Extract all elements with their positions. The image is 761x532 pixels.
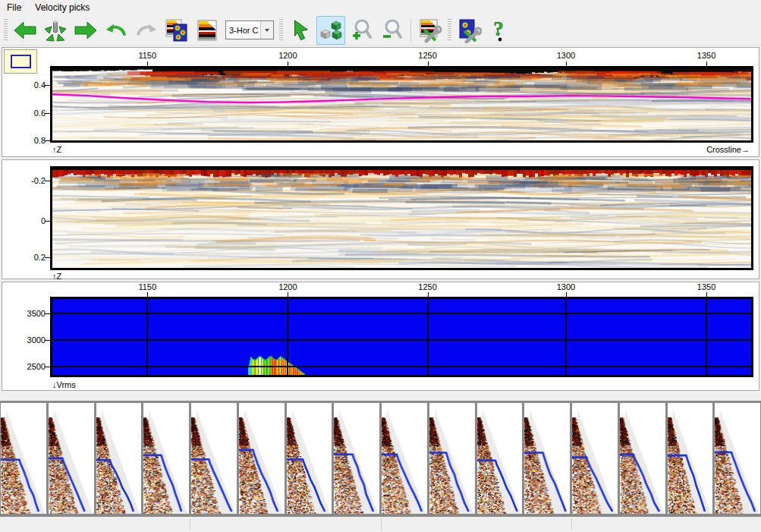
gather-panel-3[interactable] — [96, 403, 142, 514]
y-tick-mark — [45, 313, 50, 314]
y-tick-label: 3000 — [2, 335, 46, 345]
x-tick-label: 1150 — [138, 282, 156, 291]
redo-button[interactable] — [132, 16, 161, 45]
previous-icon — [13, 18, 37, 42]
app-window: File Velocity picks — [0, 0, 761, 532]
toolbar-separator — [410, 19, 411, 42]
velocity-grid-vline — [146, 299, 148, 375]
y-tick-mark — [45, 181, 50, 181]
velocity-panel: ↓Vrms 11501200125013001350350030002500 — [2, 282, 759, 391]
toolbar-gripper — [279, 19, 283, 42]
y-tick-label: 0.8 — [2, 136, 46, 145]
help-icon: ? — [487, 18, 511, 42]
pick-cursor-button[interactable] — [286, 16, 315, 45]
undo-icon — [105, 19, 127, 42]
velocity-grid-hline — [52, 366, 751, 367]
recenter-icon — [43, 18, 68, 42]
strip-divider — [190, 518, 190, 530]
x-tick-label: 1250 — [418, 282, 436, 291]
recenter-button[interactable] — [41, 16, 70, 45]
seismic-view-button[interactable] — [193, 16, 222, 45]
pick-mode-cubes-icon — [319, 18, 343, 42]
seismic-view-icon — [195, 18, 219, 42]
toolbar-gripper — [448, 19, 451, 42]
gather-panel-4[interactable] — [143, 403, 189, 514]
y-tick-label: -0.2 — [2, 176, 46, 185]
horizon-select[interactable]: 3-Hor C — [225, 20, 274, 39]
y-tick-mark — [45, 113, 50, 114]
x-tick-mark — [706, 292, 707, 297]
x-tick-label: 1200 — [278, 282, 297, 291]
undo-button[interactable] — [102, 16, 131, 45]
basemap-extent-rect — [11, 55, 31, 68]
velocity-grid-hline — [52, 313, 751, 314]
x-tick-label: 1250 — [418, 51, 436, 60]
velocity-plot-area — [52, 299, 751, 375]
x-tick-mark — [288, 61, 288, 66]
residual-seismic-canvas[interactable] — [52, 168, 751, 268]
velocity-grid-vline — [565, 299, 567, 375]
gather-panel-8[interactable] — [334, 403, 379, 514]
crossline-seismic-canvas[interactable] — [52, 68, 751, 140]
velocity-grid-vline — [287, 299, 288, 375]
y-tick-mark — [45, 340, 50, 341]
y-tick-label: 2500 — [2, 362, 46, 371]
pick-mode-cubes-button[interactable] — [316, 16, 345, 45]
crossline-axis-label: Crossline→ — [706, 145, 750, 154]
x-tick-label: 1350 — [697, 51, 715, 60]
menu-bar: File Velocity picks — [0, 0, 761, 15]
x-tick-label: 1300 — [557, 51, 575, 60]
y-tick-label: 0.2 — [2, 253, 46, 262]
gather-strip — [0, 401, 761, 517]
x-tick-label: 1300 — [557, 282, 575, 291]
gather-panel-6[interactable] — [239, 403, 285, 514]
velocity-grid-hline — [52, 339, 751, 341]
gather-panel-5[interactable] — [191, 403, 237, 514]
gather-panel-16[interactable] — [715, 403, 760, 514]
gather-panel-7[interactable] — [287, 403, 332, 514]
zoom-out-icon — [379, 18, 404, 42]
basemap-thumbnail[interactable] — [4, 49, 37, 74]
menu-file[interactable]: File — [0, 1, 28, 14]
gather-panel-1[interactable] — [1, 403, 46, 514]
residual-section-plot — [50, 166, 753, 270]
zoom-out-button[interactable] — [377, 16, 406, 45]
x-tick-mark — [428, 292, 429, 297]
gather-panel-9[interactable] — [382, 403, 427, 514]
x-tick-mark — [428, 61, 429, 66]
zoom-in-button[interactable] — [347, 16, 376, 45]
gather-panel-2[interactable] — [49, 403, 94, 514]
menu-velocity-picks[interactable]: Velocity picks — [28, 1, 96, 14]
help-button[interactable]: ? — [485, 16, 514, 45]
gather-panel-14[interactable] — [620, 403, 665, 514]
chevron-down-icon[interactable] — [260, 21, 273, 39]
redo-icon — [135, 19, 158, 42]
vrms-axis-label: ↓Vrms — [52, 380, 76, 389]
gather-panel-12[interactable] — [524, 403, 570, 514]
y-tick-label: 3500 — [2, 309, 46, 318]
next-icon — [74, 18, 98, 42]
velocity-grid-vline — [427, 299, 429, 375]
x-tick-mark — [566, 292, 567, 297]
gather-panel-10[interactable] — [429, 403, 475, 514]
next-button[interactable] — [71, 16, 100, 45]
seismic-settings-button[interactable] — [416, 16, 445, 45]
gather-panel-11[interactable] — [477, 403, 523, 514]
y-tick-mark — [45, 367, 50, 367]
velocity-plot[interactable] — [50, 297, 753, 377]
bottom-strip — [0, 517, 761, 532]
gather-panel-15[interactable] — [668, 403, 713, 514]
previous-button[interactable] — [11, 16, 39, 45]
velocity-grid-vline — [706, 299, 707, 375]
seismic-settings-icon — [417, 17, 443, 43]
horizon-select-value: 3-Hor C — [226, 26, 260, 35]
y-tick-mark — [45, 85, 50, 86]
x-tick-mark — [288, 292, 288, 297]
gather-panel-13[interactable] — [572, 403, 618, 514]
z-axis-label: ↑Z — [52, 145, 61, 154]
crossline-section-plot — [50, 66, 753, 143]
seismic-semblance-view-button[interactable] — [162, 16, 191, 45]
y-tick-mark — [45, 257, 50, 258]
semblance-settings-button[interactable] — [454, 16, 483, 45]
semblance-blob-canvas — [248, 354, 306, 375]
